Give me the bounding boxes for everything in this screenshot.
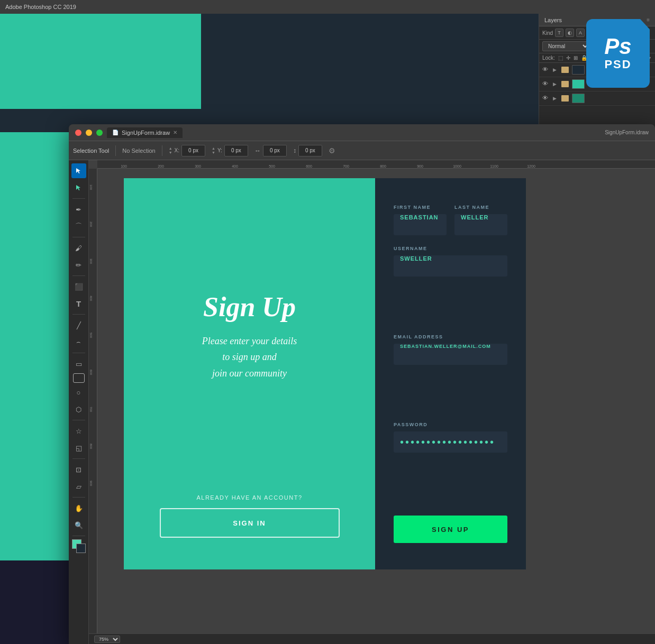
firstname-group: FIRST NAME SEBASTIAN xyxy=(394,205,447,235)
tool-curve[interactable]: ⌢ xyxy=(71,335,86,349)
idraw-titlebar: 📄 SignUpForm.idraw ✕ SignUpForm.idraw xyxy=(69,124,655,141)
tool-pencil[interactable]: ✏ xyxy=(71,257,86,272)
tool-sep-5 xyxy=(72,353,85,353)
ps-vis-icon-1[interactable]: 👁 xyxy=(542,66,550,73)
tool-star[interactable]: ☆ xyxy=(71,424,86,438)
tool-eraser[interactable]: ◱ xyxy=(71,440,86,455)
idraw-x-input[interactable] xyxy=(181,145,205,157)
email-label: EMAIL ADDRESS xyxy=(394,334,507,339)
name-row: FIRST NAME SEBASTIAN LAST NAME WELLER xyxy=(394,205,507,235)
email-input[interactable]: SEBASTIAN.WELLER@MAIL.COM xyxy=(394,344,507,365)
ps-titlebar: Adobe Photoshop CC 2019 xyxy=(0,0,655,14)
idraw-x-arrows[interactable]: ▲ ▼ xyxy=(169,146,172,154)
ps-lock-pixels-icon[interactable]: ⬚ xyxy=(558,55,563,61)
ps-canvas xyxy=(0,14,539,132)
tool-rounded-rect[interactable] xyxy=(73,373,85,383)
idraw-h-input[interactable] xyxy=(298,145,322,157)
traffic-light-minimize[interactable] xyxy=(86,130,92,136)
already-have-account-text: ALREADY HAVE AN ACCOUNT? xyxy=(196,494,302,501)
idraw-zoom-select[interactable]: 75% xyxy=(94,636,120,643)
idraw-doc-tab[interactable]: 📄 SignUpForm.idraw ✕ xyxy=(107,127,183,138)
ruler-v-mark-700: 700 xyxy=(89,407,93,412)
ps-vis-icon-3[interactable]: 👁 xyxy=(542,95,550,102)
ruler-v-mark-500: 500 xyxy=(89,333,93,338)
ps-expand-icon-2[interactable]: ▶ xyxy=(553,81,558,87)
idraw-tab-name: SignUpForm.idraw xyxy=(122,130,170,136)
ps-layer-thumb-1 xyxy=(572,65,585,75)
lastname-input[interactable]: WELLER xyxy=(454,214,507,235)
ps-lock-move-icon[interactable]: ✛ xyxy=(566,55,570,61)
tool-sep-3 xyxy=(72,275,85,276)
lastname-label: LAST NAME xyxy=(454,205,507,210)
ruler-mark-600: 600 xyxy=(306,164,312,168)
idraw-w-input[interactable] xyxy=(263,145,287,157)
ps-vis-icon-2[interactable]: 👁 xyxy=(542,80,550,88)
idraw-window: 📄 SignUpForm.idraw ✕ SignUpForm.idraw Se… xyxy=(69,124,655,644)
tool-color-swatches[interactable] xyxy=(72,539,86,553)
idraw-tab-close[interactable]: ✕ xyxy=(173,130,177,135)
ps-lock-art-icon[interactable]: ⊞ xyxy=(574,55,578,61)
username-group: USERNAME SWELLER xyxy=(394,246,507,324)
idraw-canvas[interactable]: 100 200 300 400 500 600 700 800 900 1000… xyxy=(89,160,655,644)
ps-content: Layers ≡ Kind T ◐ A □ ◇ ● Normal Opacity… xyxy=(0,14,655,132)
subtitle-line2: to sign up and xyxy=(222,352,277,362)
color-background[interactable] xyxy=(76,544,86,553)
idraw-options-icon[interactable]: ⚙ xyxy=(329,146,335,155)
ps-layer-extra[interactable]: 👁 ▶ xyxy=(539,91,655,106)
password-input[interactable]: •••••••••••••••••• xyxy=(394,431,507,453)
tool-text[interactable]: T xyxy=(71,296,86,311)
ruler-mark-1200: 1200 xyxy=(527,164,535,168)
idraw-w-icon: ↔ xyxy=(254,147,261,154)
tool-sep-2 xyxy=(72,237,85,237)
idraw-y-arrows[interactable]: ▲ ▼ xyxy=(212,146,215,154)
idraw-y-input[interactable] xyxy=(224,145,248,157)
firstname-input[interactable]: SEBASTIAN xyxy=(394,214,447,235)
ps-title: Adobe Photoshop CC 2019 xyxy=(5,4,76,10)
idraw-bottom-bar: 75% xyxy=(89,633,655,644)
ruler-mark-100: 100 xyxy=(121,164,127,168)
tool-hexagon[interactable]: ⬡ xyxy=(71,402,86,417)
tool-rectangle[interactable]: ▭ xyxy=(71,356,86,371)
ps-expand-icon-3[interactable]: ▶ xyxy=(553,96,558,101)
ruler-mark-500: 500 xyxy=(269,164,275,168)
tool-bezier[interactable]: ⌒ xyxy=(71,219,86,234)
idraw-body: ✒ ⌒ 🖌 ✏ ⬛ T ╱ ⌢ ▭ ○ ⬡ xyxy=(69,160,655,644)
ps-text-icon[interactable]: A xyxy=(576,29,585,37)
traffic-light-maximize[interactable] xyxy=(96,130,103,136)
idraw-y-up[interactable]: ▲ xyxy=(212,146,215,150)
idraw-x-down[interactable]: ▼ xyxy=(169,151,172,154)
ps-logo-ps-text: Ps xyxy=(604,35,631,58)
ruler-mark-1000: 1000 xyxy=(453,164,461,168)
tool-direct-select[interactable] xyxy=(71,180,86,195)
tool-pen[interactable]: ✒ xyxy=(71,202,86,217)
tool-line[interactable]: ╱ xyxy=(71,318,86,333)
signup-title: Sign Up xyxy=(203,291,296,323)
ps-adjust-icon[interactable]: ◐ xyxy=(566,29,574,37)
idraw-canvas-content: Sign Up Please enter your details to sig… xyxy=(97,169,655,633)
traffic-light-close[interactable] xyxy=(75,130,81,136)
idraw-w-group: ↔ xyxy=(254,145,287,157)
tool-ellipse[interactable]: ○ xyxy=(71,385,86,400)
photoshop-window: Adobe Photoshop CC 2019 Layers ≡ Kind T … xyxy=(0,0,655,132)
tool-image-frame[interactable]: ⊡ xyxy=(71,462,86,477)
signin-button[interactable]: SIGN IN xyxy=(160,508,340,538)
idraw-y-down[interactable]: ▼ xyxy=(212,151,215,154)
tool-zoom[interactable]: 🔍 xyxy=(71,518,86,532)
email-group: EMAIL ADDRESS SEBASTIAN.WELLER@MAIL.COM xyxy=(394,334,507,412)
idraw-x-up[interactable]: ▲ xyxy=(169,146,172,150)
ps-expand-icon-1[interactable]: ▶ xyxy=(553,67,558,72)
tool-rhombus[interactable]: ▱ xyxy=(71,479,86,494)
ruler-mark-1100: 1100 xyxy=(490,164,498,168)
signup-button[interactable]: SIGN UP xyxy=(394,516,507,543)
ps-layer-thumb-3 xyxy=(572,94,585,103)
ps-folder-icon-3 xyxy=(561,95,569,102)
username-input[interactable]: SWELLER xyxy=(394,255,507,277)
username-label: USERNAME xyxy=(394,246,507,251)
ps-type-icon[interactable]: T xyxy=(555,29,563,37)
tool-brush[interactable]: 🖌 xyxy=(71,241,86,255)
tool-select-arrow[interactable] xyxy=(71,163,86,178)
ps-canvas-dark xyxy=(201,14,539,109)
ps-blend-mode-select[interactable]: Normal xyxy=(542,41,590,51)
tool-3d[interactable]: ⬛ xyxy=(71,279,86,294)
tool-hand[interactable]: ✋ xyxy=(71,501,86,516)
